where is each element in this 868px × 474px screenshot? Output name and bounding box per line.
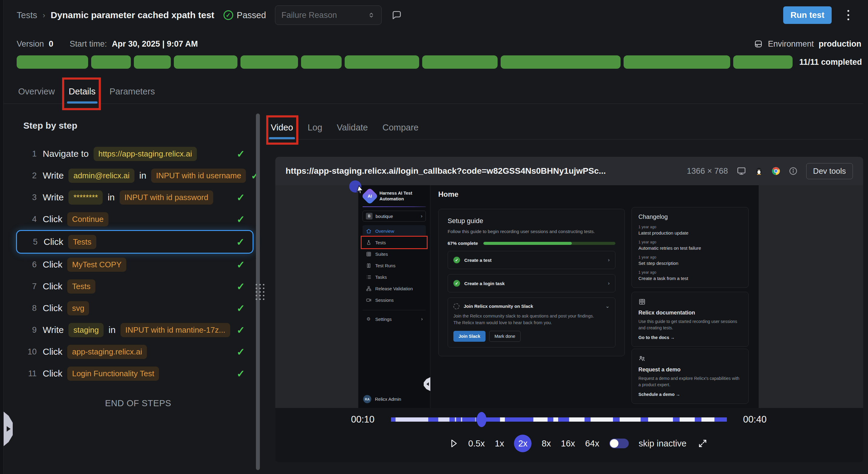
setup-progress-fill — [484, 242, 572, 245]
timeline-activity-segment — [695, 417, 702, 421]
status-badge: ✓ Passed — [223, 10, 266, 20]
join-slack-button[interactable]: Join Slack — [454, 331, 486, 342]
project-badge: B — [366, 213, 373, 219]
step-row[interactable]: 3Write********inINPUT with id password✓ — [23, 187, 253, 208]
app-menu-overview[interactable]: Overview — [363, 225, 426, 237]
step-action: Write — [43, 325, 64, 335]
app-menu-label: Tests — [375, 240, 386, 245]
dev-tools-button[interactable]: Dev tools — [806, 163, 853, 179]
changelog-entry: 1 year agoAutomatic retries on test fail… — [639, 240, 742, 250]
step-row[interactable]: 11ClickLogin Functionality Test✓ — [23, 363, 253, 384]
timeline-activity-segment — [548, 417, 553, 421]
step-row[interactable]: 8Clicksvg✓ — [23, 297, 253, 319]
viewer-tab-log[interactable]: Log — [308, 115, 322, 139]
step-number: 7 — [23, 282, 37, 291]
columns-icon — [366, 263, 372, 269]
step-row[interactable]: 6ClickMyTest COPY✓ — [23, 253, 253, 275]
speed-64x[interactable]: 64x — [585, 439, 599, 448]
app-project-select[interactable]: B boutique › — [363, 211, 426, 222]
page-url[interactable]: https://app-staging.relicx.ai/login_call… — [286, 166, 606, 176]
step-row[interactable]: 2Writeadmin@relicx.aiinINPUT with id use… — [23, 165, 253, 187]
viewer-tab-validate[interactable]: Validate — [337, 115, 368, 139]
panel-resize-handle[interactable] — [256, 284, 265, 300]
changelog-time: 1 year ago — [639, 270, 742, 274]
app-menu-label: Overview — [375, 229, 394, 234]
timeline-activity-segment — [558, 417, 569, 421]
left-arrow-icon — [427, 382, 429, 386]
app-menu-tasks[interactable]: Tasks — [363, 271, 426, 283]
timeline-activity-segment — [585, 417, 591, 421]
schedule-demo-link[interactable]: Schedule a demo → — [639, 392, 742, 397]
speed-1x[interactable]: 1x — [495, 439, 504, 448]
header: Tests › Dynamic parameter cached xpath t… — [4, 0, 868, 30]
app-user-row[interactable]: RA Relicx Admin — [363, 395, 401, 403]
flask-icon — [366, 240, 372, 245]
collapsed-left-rail — [0, 0, 4, 474]
failure-reason-select[interactable]: Failure Reason — [275, 5, 382, 25]
step-row[interactable]: 5ClickTests✓ — [16, 230, 253, 253]
go-to-docs-link[interactable]: Go to the docs → — [639, 335, 742, 340]
version-label: Version — [17, 39, 44, 49]
step-success-check-icon: ✓ — [237, 280, 245, 293]
timeline-track[interactable] — [391, 417, 727, 421]
tab-parameters[interactable]: Parameters — [110, 79, 155, 103]
documentation-card: Relicx documentation Use this guide to g… — [631, 292, 749, 347]
main-tab-bar: OverviewDetailsParameters — [4, 79, 863, 104]
skip-inactive-toggle[interactable] — [609, 439, 629, 448]
run-meta-row: Version 0 Start time: Apr 30, 2025 | 9:0… — [17, 36, 861, 52]
info-icon[interactable] — [789, 167, 798, 175]
chevron-right-icon: › — [421, 316, 423, 322]
progress-segment — [501, 56, 621, 69]
check-circle-icon: ✓ — [223, 10, 233, 20]
step-success-check-icon: ✓ — [237, 346, 245, 358]
viewer-tab-compare[interactable]: Compare — [382, 115, 418, 139]
expand-panel-handle[interactable] — [4, 412, 13, 446]
progress-segment — [624, 56, 730, 69]
setup-item-create-a-test[interactable]: ✓Create a test› — [447, 251, 615, 269]
step-row[interactable]: 9WritestaginginINPUT with id mantine-17z… — [23, 319, 253, 341]
speed-2x[interactable]: 2x — [514, 435, 531, 452]
right-arrow-icon — [7, 426, 10, 432]
video-frame: AI Harness AI Test Automation B boutique… — [275, 185, 863, 408]
speed-16x[interactable]: 16x — [561, 439, 575, 448]
slack-item-header[interactable]: Join Relicx community on Slack ⌄ — [454, 303, 610, 309]
step-row[interactable]: 7ClickTests✓ — [23, 275, 253, 297]
playhead-knob[interactable] — [477, 412, 486, 427]
version-value: 0 — [49, 39, 53, 49]
tab-label: Details — [69, 87, 96, 97]
setup-item-create-a-login-task[interactable]: ✓Create a login task› — [447, 274, 615, 293]
speed-0-5x[interactable]: 0.5x — [468, 439, 485, 448]
incomplete-circle-icon — [454, 303, 460, 309]
tab-overview[interactable]: Overview — [18, 79, 55, 103]
check-circle-icon: ✓ — [454, 280, 460, 286]
step-row[interactable]: 10Clickapp-staging.relicx.ai✓ — [23, 341, 253, 363]
comment-bubble-icon[interactable] — [391, 10, 402, 21]
app-menu-suites[interactable]: Suites — [363, 248, 426, 260]
viewer-tab-video[interactable]: Video — [271, 115, 293, 139]
tab-details[interactable]: Details — [69, 79, 96, 103]
speed-8x[interactable]: 8x — [541, 439, 551, 448]
app-menu-tests[interactable]: Tests — [363, 237, 426, 248]
setup-guide-title: Setup guide — [447, 217, 615, 225]
kebab-menu-icon[interactable] — [845, 8, 851, 22]
play-button[interactable] — [449, 438, 458, 448]
documentation-desc: Use this guide to get started recording … — [639, 318, 742, 331]
breadcrumb-tests[interactable]: Tests — [17, 10, 37, 20]
step-row[interactable]: 4ClickContinue✓ — [23, 208, 253, 230]
app-menu-release-validation[interactable]: Release Validation — [363, 283, 426, 294]
app-menu-settings[interactable]: ⚙ Settings › — [363, 313, 426, 325]
app-menu-test-runs[interactable]: Test Runs — [363, 260, 426, 271]
app-brand-name: Harness AI Test Automation — [379, 191, 425, 202]
sidebar-collapse-handle[interactable] — [424, 377, 430, 391]
mouse-cursor-icon — [356, 185, 365, 194]
step-row[interactable]: 1Navigate tohttps://app-staging.relicx.a… — [23, 143, 253, 165]
slack-item-label: Join Relicx community on Slack — [464, 304, 533, 309]
timeline-activity-segment — [613, 417, 620, 421]
mark-done-button[interactable]: Mark done — [489, 331, 521, 342]
tree-icon — [366, 286, 372, 292]
video-icon — [366, 297, 372, 303]
fullscreen-icon[interactable] — [698, 439, 708, 448]
app-menu-sessions[interactable]: Sessions — [363, 294, 426, 306]
run-test-button[interactable]: Run test — [783, 6, 832, 24]
request-demo-desc: Request a demo and explore Relicx's capa… — [639, 375, 742, 388]
